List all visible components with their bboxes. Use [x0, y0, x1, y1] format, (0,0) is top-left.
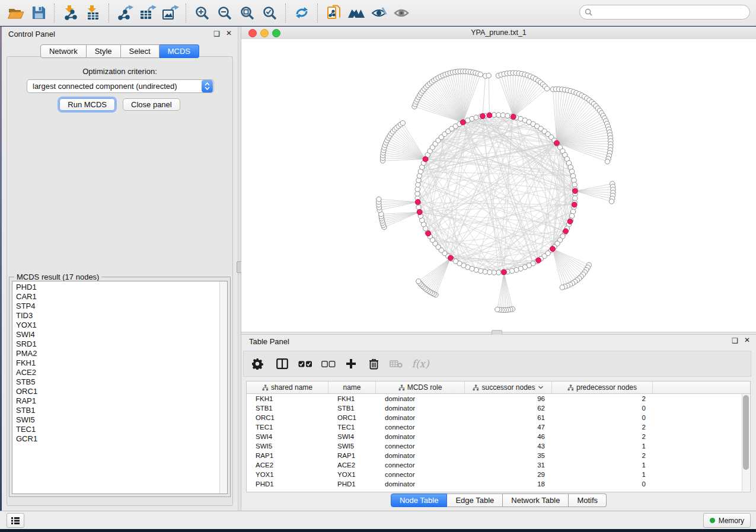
search-input[interactable] — [595, 8, 745, 17]
table-cell[interactable]: 35 — [465, 451, 552, 460]
table-tab-node-table[interactable]: Node Table — [391, 493, 448, 507]
table-cell[interactable]: FKH1 — [328, 394, 376, 403]
table-cell[interactable]: 1 — [552, 441, 653, 451]
search-field[interactable] — [579, 5, 750, 20]
column-header-shared-name[interactable]: shared name — [247, 382, 328, 393]
table-scrollbar-thumb[interactable] — [743, 395, 749, 470]
export-table-button[interactable] — [136, 3, 159, 23]
mcds-result-item[interactable]: PHD1 — [16, 283, 227, 292]
mcds-result-item[interactable]: ACE2 — [16, 368, 227, 377]
table-cell[interactable]: dominator — [376, 432, 465, 441]
table-cell[interactable]: SWI4 — [247, 432, 328, 441]
import-network-button[interactable] — [59, 3, 82, 23]
hide-panels-button[interactable] — [368, 3, 390, 23]
table-cell[interactable]: connector — [376, 422, 465, 432]
table-cell[interactable]: SWI4 — [328, 432, 376, 441]
table-row[interactable]: YOX1YOX1connector291 — [247, 470, 750, 479]
table-cell[interactable]: connector — [376, 470, 465, 479]
table-cell[interactable]: 1 — [552, 460, 653, 470]
table-cell[interactable]: 0 — [552, 403, 653, 413]
table-cell[interactable]: YOX1 — [328, 470, 376, 479]
table-cell[interactable]: 0 — [552, 479, 653, 489]
table-row[interactable]: PHD1PHD1dominator180 — [247, 479, 750, 489]
table-tab-network-table[interactable]: Network Table — [503, 493, 569, 507]
mcds-result-item[interactable]: STB5 — [16, 377, 227, 387]
table-cell[interactable]: FKH1 — [247, 394, 328, 403]
refresh-view-button[interactable] — [291, 3, 313, 23]
network-window-titlebar[interactable]: YPA_prune.txt_1 — [241, 27, 756, 40]
mcds-result-item[interactable]: ORC1 — [16, 387, 227, 396]
table-cell[interactable]: 61 — [465, 413, 552, 422]
table-row[interactable]: SWI5SWI5connector431 — [247, 441, 750, 451]
memory-button[interactable]: Memory — [703, 513, 751, 528]
zoom-fit-button[interactable] — [236, 3, 259, 23]
deselect-all-columns-button[interactable] — [317, 361, 340, 367]
table-cell[interactable]: 2 — [552, 451, 653, 460]
table-cell[interactable]: 96 — [465, 394, 552, 403]
table-cell[interactable]: ACE2 — [247, 460, 328, 470]
close-table-panel-icon[interactable]: ✕ — [744, 336, 750, 344]
mcds-result-item[interactable]: FKH1 — [16, 358, 227, 368]
table-cell[interactable]: dominator — [376, 403, 465, 413]
save-session-button[interactable] — [27, 3, 50, 23]
settings-gear-button[interactable] — [244, 358, 271, 370]
table-cell[interactable]: 43 — [465, 441, 552, 451]
table-cell[interactable]: 0 — [552, 413, 653, 422]
mcds-result-item[interactable]: SWI4 — [16, 330, 227, 339]
table-cell[interactable]: 18 — [465, 479, 552, 489]
table-cell[interactable]: 1 — [552, 470, 653, 479]
mcds-result-item[interactable]: YOX1 — [16, 321, 227, 330]
table-cell[interactable]: ORC1 — [247, 413, 328, 422]
table-cell[interactable]: 47 — [465, 422, 552, 432]
mcds-result-item[interactable]: RAP1 — [16, 396, 227, 406]
control-tab-mcds[interactable]: MCDS — [160, 44, 199, 58]
network-canvas[interactable] — [241, 39, 756, 332]
table-cell[interactable]: ORC1 — [328, 413, 376, 422]
mcds-result-item[interactable]: GCR1 — [16, 434, 227, 444]
table-scrollbar[interactable] — [742, 394, 749, 491]
table-cell[interactable]: ACE2 — [328, 460, 376, 470]
split-panel-button[interactable] — [271, 358, 294, 369]
share-document-button[interactable] — [323, 3, 345, 23]
mcds-result-list[interactable]: PHD1CAR1STP4TID3YOX1SWI4SRD1PMA2FKH1ACE2… — [12, 281, 228, 494]
table-cell[interactable]: 46 — [465, 432, 552, 441]
table-cell[interactable]: YOX1 — [247, 470, 328, 479]
table-cell[interactable]: 31 — [465, 460, 552, 470]
mcds-result-item[interactable]: SRD1 — [16, 339, 227, 349]
show-panels-button[interactable] — [390, 3, 413, 23]
table-cell[interactable]: dominator — [376, 413, 465, 422]
zoom-in-button[interactable] — [191, 3, 213, 23]
table-tab-edge-table[interactable]: Edge Table — [447, 493, 503, 507]
zoom-out-button[interactable] — [213, 3, 236, 23]
table-cell[interactable]: 2 — [552, 422, 653, 432]
export-image-button[interactable] — [159, 3, 181, 23]
table-cell[interactable]: TEC1 — [247, 422, 328, 432]
table-row[interactable]: SWI4SWI4dominator462 — [247, 432, 750, 441]
add-column-button[interactable] — [340, 358, 362, 369]
task-history-button[interactable] — [7, 513, 24, 528]
table-cell[interactable]: 2 — [552, 394, 653, 403]
control-tab-network[interactable]: Network — [40, 44, 87, 58]
control-tab-select[interactable]: Select — [121, 44, 160, 58]
delete-columns-button[interactable] — [362, 358, 385, 370]
table-cell[interactable]: TEC1 — [328, 422, 376, 432]
table-cell[interactable]: dominator — [376, 451, 465, 460]
table-cell[interactable]: 29 — [465, 470, 552, 479]
table-row[interactable]: STB1STB1dominator620 — [247, 403, 750, 413]
mcds-result-item[interactable]: CAR1 — [16, 292, 227, 302]
table-cell[interactable]: 62 — [465, 403, 552, 413]
table-row[interactable]: FKH1FKH1dominator962 — [247, 394, 750, 403]
float-table-panel-icon[interactable]: ❑ — [732, 336, 738, 345]
table-cell[interactable]: connector — [376, 441, 465, 451]
zoom-selected-button[interactable] — [259, 3, 281, 23]
import-table-button[interactable] — [82, 3, 104, 23]
table-cell[interactable]: dominator — [376, 479, 465, 489]
delete-table-button[interactable] — [385, 360, 407, 368]
control-tab-style[interactable]: Style — [87, 44, 121, 58]
float-window-icon[interactable]: ❑ — [213, 30, 220, 38]
mcds-result-item[interactable]: STP4 — [16, 302, 227, 311]
mcds-list-scrollbar[interactable] — [219, 281, 227, 493]
table-cell[interactable]: PHD1 — [328, 479, 376, 489]
column-header-successor-nodes[interactable]: successor nodes — [465, 382, 552, 393]
table-cell[interactable]: 2 — [552, 432, 653, 441]
